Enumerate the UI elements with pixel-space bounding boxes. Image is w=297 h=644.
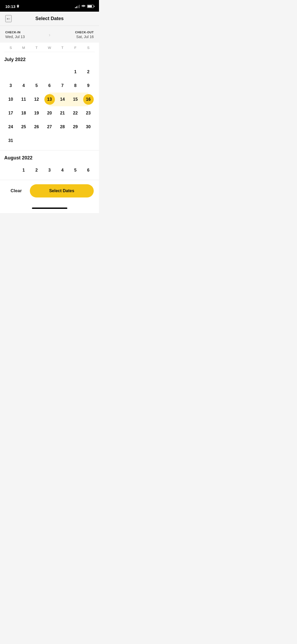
table-row[interactable]: 6: [82, 163, 95, 177]
location-icon: [17, 5, 19, 8]
day-header-tue: T: [30, 46, 43, 50]
day-number: 1: [18, 165, 29, 176]
empty-cell: [30, 65, 43, 79]
table-row[interactable]: 23: [82, 106, 95, 120]
table-row[interactable]: 15: [69, 93, 82, 106]
day-number: 8: [70, 80, 81, 91]
table-row[interactable]: 11: [17, 93, 30, 106]
table-row[interactable]: 24: [4, 120, 17, 134]
day-number: 22: [70, 108, 81, 118]
empty-cell: [4, 163, 17, 177]
check-out-col: CHECK-OUT Sat, Jul 16: [53, 31, 94, 39]
table-row[interactable]: 14: [56, 93, 69, 106]
table-row[interactable]: 3: [4, 79, 17, 93]
day-number: 28: [57, 122, 68, 132]
table-row[interactable]: 21: [56, 106, 69, 120]
select-dates-button[interactable]: Select Dates: [30, 184, 94, 197]
check-out-label: CHECK-OUT: [53, 31, 94, 34]
day-number: 26: [31, 122, 42, 132]
table-row[interactable]: 16: [82, 93, 95, 106]
table-row[interactable]: 18: [17, 106, 30, 120]
day-header-fri: F: [69, 46, 82, 50]
table-row[interactable]: 19: [30, 106, 43, 120]
day-number: 15: [70, 94, 81, 105]
day-number: 5: [31, 80, 42, 91]
day-number: 6: [44, 80, 55, 91]
day-header-mon: M: [17, 46, 30, 50]
day-number: 17: [6, 108, 16, 118]
table-row[interactable]: 1: [17, 163, 30, 177]
day-header-wed: W: [43, 46, 56, 50]
month-july-2022: July 2022 123456789101112131415161718192…: [4, 52, 95, 148]
date-separator-chevron: ›: [46, 32, 53, 38]
empty-cell: [4, 65, 17, 79]
august-days-grid: 123456: [4, 163, 95, 177]
day-header-thu: T: [56, 46, 69, 50]
table-row[interactable]: 7: [56, 79, 69, 93]
calendar-scroll-area[interactable]: S M T W T F S July 2022 1234567891011121…: [0, 43, 99, 180]
table-row[interactable]: 2: [82, 65, 95, 79]
table-row[interactable]: 26: [30, 120, 43, 134]
day-number: 14: [57, 94, 68, 105]
table-row[interactable]: 17: [4, 106, 17, 120]
check-in-col: CHECK-IN Wed, Jul 13: [5, 31, 46, 39]
home-indicator: [32, 208, 67, 209]
back-button[interactable]: ←: [5, 15, 12, 22]
day-header-sun: S: [4, 46, 17, 50]
table-row[interactable]: 3: [43, 163, 56, 177]
page-wrapper: 10:13 ←: [0, 0, 99, 215]
table-row[interactable]: 27: [43, 120, 56, 134]
day-number: 18: [18, 108, 29, 118]
status-bar: 10:13: [0, 0, 99, 12]
page-title: Select Dates: [35, 16, 64, 21]
month-title-august: August 2022: [4, 150, 95, 163]
check-in-label: CHECK-IN: [5, 31, 46, 34]
table-row[interactable]: 20: [43, 106, 56, 120]
day-number: 5: [70, 165, 81, 176]
table-row[interactable]: 4: [56, 163, 69, 177]
day-number: 23: [83, 108, 94, 118]
table-row[interactable]: 10: [4, 93, 17, 106]
header: ← Select Dates: [0, 12, 99, 26]
table-row[interactable]: 22: [69, 106, 82, 120]
day-number: 21: [57, 108, 68, 118]
day-number: 13: [44, 94, 55, 105]
calendar-container: S M T W T F S July 2022 1234567891011121…: [0, 43, 99, 180]
table-row[interactable]: 9: [82, 79, 95, 93]
day-number: 29: [70, 122, 81, 132]
table-row[interactable]: 25: [17, 120, 30, 134]
footer: Clear Select Dates: [0, 180, 99, 205]
table-row[interactable]: 8: [69, 79, 82, 93]
table-row[interactable]: 30: [82, 120, 95, 134]
day-number: 11: [18, 94, 29, 105]
wifi-icon: [81, 4, 86, 8]
table-row[interactable]: 12: [30, 93, 43, 106]
time-display: 10:13: [5, 4, 15, 9]
table-row[interactable]: 5: [69, 163, 82, 177]
table-row[interactable]: 29: [69, 120, 82, 134]
day-number: 4: [57, 165, 68, 176]
day-number: 20: [44, 108, 55, 118]
table-row[interactable]: 4: [17, 79, 30, 93]
day-number: 2: [31, 165, 42, 176]
clear-button[interactable]: Clear: [5, 186, 27, 196]
day-header-sat: S: [82, 46, 95, 50]
battery-icon: [87, 5, 94, 8]
table-row[interactable]: 2: [30, 163, 43, 177]
day-number: 7: [57, 80, 68, 91]
day-number: 3: [44, 165, 55, 176]
table-row[interactable]: 5: [30, 79, 43, 93]
empty-cell: [17, 65, 30, 79]
day-headers: S M T W T F S: [4, 43, 95, 52]
table-row[interactable]: 31: [4, 134, 17, 148]
day-number: 30: [83, 122, 94, 132]
empty-cell: [56, 65, 69, 79]
table-row[interactable]: 13: [43, 93, 56, 106]
table-row[interactable]: 28: [56, 120, 69, 134]
day-number: 4: [18, 80, 29, 91]
day-number: 19: [31, 108, 42, 118]
table-row[interactable]: 6: [43, 79, 56, 93]
date-selector: CHECK-IN Wed, Jul 13 › CHECK-OUT Sat, Ju…: [0, 26, 99, 43]
table-row[interactable]: 1: [69, 65, 82, 79]
day-number: 12: [31, 94, 42, 105]
